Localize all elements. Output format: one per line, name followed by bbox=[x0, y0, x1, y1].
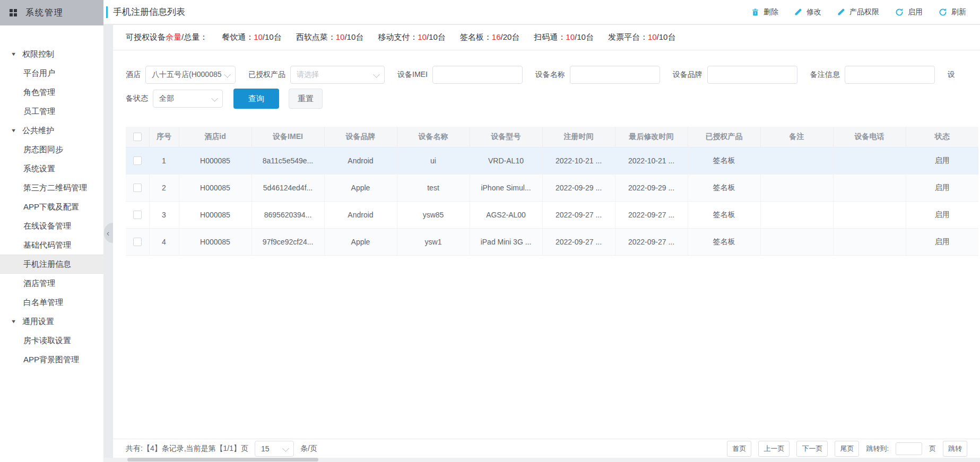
table-cell: 2022-09-29 ... bbox=[615, 174, 688, 201]
quota-item: 签名板：16/20台 bbox=[460, 32, 520, 42]
grid-icon[interactable] bbox=[9, 8, 18, 17]
last-page-button[interactable]: 尾页 bbox=[835, 441, 859, 457]
trash-icon bbox=[751, 8, 759, 16]
authorized-product-select[interactable]: 请选择 bbox=[290, 66, 385, 84]
remark-input-label: 备注信息 bbox=[810, 70, 840, 80]
quota-item: 发票平台：10/10台 bbox=[608, 32, 676, 42]
select-value: 全部 bbox=[159, 94, 174, 103]
sidebar-section[interactable]: ▼通用设置 bbox=[0, 312, 103, 331]
device-brand-input[interactable] bbox=[707, 66, 797, 84]
column-header: 设备电话 bbox=[833, 127, 906, 147]
quota-remaining: 10 bbox=[566, 32, 575, 42]
first-page-button[interactable]: 首页 bbox=[727, 441, 751, 457]
sidebar-section-label: 公共维护 bbox=[22, 126, 54, 136]
per-page-label: 条/页 bbox=[300, 444, 317, 454]
quota-bar: 可授权设备余量/总量： 餐饮通：10/10台西软点菜：10/10台移动支付：10… bbox=[113, 25, 980, 50]
table-cell: AGS2-AL00 bbox=[470, 201, 542, 228]
sidebar-item[interactable]: 角色管理 bbox=[0, 83, 103, 102]
table-cell bbox=[760, 174, 833, 201]
column-header: 备注 bbox=[760, 127, 833, 147]
table-cell: 启用 bbox=[906, 201, 978, 228]
row-checkbox[interactable] bbox=[133, 156, 142, 165]
sidebar-item[interactable]: APP下载及配置 bbox=[0, 197, 103, 216]
chevron-down-icon bbox=[373, 71, 380, 78]
select-all-checkbox[interactable] bbox=[133, 133, 142, 141]
remark-input[interactable] bbox=[845, 66, 935, 84]
sidebar-item[interactable]: 员工管理 bbox=[0, 102, 103, 121]
device-imei-input-label: 设备IMEI bbox=[397, 70, 428, 80]
quota-remaining: 10 bbox=[254, 32, 263, 42]
toolbar-button-label: 启用 bbox=[908, 7, 923, 17]
sidebar-item[interactable]: 系统设置 bbox=[0, 159, 103, 178]
sidebar-item[interactable]: 基础代码管理 bbox=[0, 236, 103, 255]
table-row[interactable]: 1H0000858a11c5e549e...AndroiduiVRD-AL102… bbox=[126, 147, 978, 174]
table-header-row: 序号酒店id设备IMEI设备品牌设备名称设备型号注册时间最后修改时间已授权产品备… bbox=[126, 127, 978, 147]
sidebar-item[interactable]: 第三方二维码管理 bbox=[0, 178, 103, 197]
quota-total: /20台 bbox=[501, 32, 520, 42]
sidebar-item-active[interactable]: 手机注册信息 bbox=[0, 255, 103, 274]
sidebar-item-label: APP背景图管理 bbox=[23, 355, 79, 365]
quota-name: 签名板： bbox=[460, 32, 492, 42]
sidebar-item[interactable]: 在线设备管理 bbox=[0, 216, 103, 236]
sidebar-section[interactable]: ▼公共维护 bbox=[0, 121, 103, 140]
toolbar-button-label: 产品权限 bbox=[849, 7, 879, 17]
product-permission-button[interactable]: 产品权限 bbox=[837, 7, 879, 17]
row-checkbox[interactable] bbox=[133, 184, 142, 192]
sidebar-item[interactable]: 房态图同步 bbox=[0, 140, 103, 159]
sidebar-item[interactable]: 平台用户 bbox=[0, 64, 103, 83]
page-size-select[interactable]: 15 bbox=[255, 441, 294, 457]
quota-remaining: 10 bbox=[336, 32, 345, 42]
quota-item: 餐饮通：10/10台 bbox=[222, 32, 282, 42]
device-name-input[interactable] bbox=[570, 66, 660, 84]
quota-name: 扫码通： bbox=[534, 32, 566, 42]
table-row[interactable]: 2H0000855d46124ed4f...AppletestiPhone Si… bbox=[126, 174, 978, 201]
sidebar-item[interactable]: 白名单管理 bbox=[0, 293, 103, 312]
sidebar-item-label: 白名单管理 bbox=[23, 298, 63, 308]
quota-name: 发票平台： bbox=[608, 32, 648, 42]
jump-button[interactable]: 跳转 bbox=[943, 441, 967, 457]
table-cell: 启用 bbox=[906, 147, 978, 174]
table-row[interactable]: 3H0000858695620394...Androidysw85AGS2-AL… bbox=[126, 201, 978, 228]
search-button[interactable]: 查询 bbox=[233, 89, 279, 109]
quota-remaining: 10 bbox=[648, 32, 657, 42]
column-header: 最后修改时间 bbox=[615, 127, 688, 147]
reset-button[interactable]: 重置 bbox=[289, 89, 323, 109]
table-cell: ui bbox=[397, 147, 470, 174]
device-name-input-label: 设备名称 bbox=[535, 70, 565, 80]
column-header: 状态 bbox=[906, 127, 978, 147]
row-checkbox[interactable] bbox=[133, 238, 142, 246]
quota-total: /10台 bbox=[344, 32, 363, 42]
sidebar-section[interactable]: ▼权限控制 bbox=[0, 45, 103, 64]
sidebar-item[interactable]: 房卡读取设置 bbox=[0, 331, 103, 350]
table-cell: Android bbox=[324, 147, 397, 174]
row-checkbox[interactable] bbox=[133, 211, 142, 219]
prev-page-button[interactable]: 上一页 bbox=[758, 441, 790, 457]
device-table: 序号酒店id设备IMEI设备品牌设备名称设备型号注册时间最后修改时间已授权产品备… bbox=[126, 127, 978, 256]
jump-page-input[interactable] bbox=[896, 442, 922, 455]
sidebar-item[interactable]: 酒店管理 bbox=[0, 274, 103, 293]
table-cell: H000085 bbox=[179, 174, 251, 201]
edit-button[interactable]: 修改 bbox=[794, 7, 821, 17]
horizontal-scrollbar-thumb[interactable] bbox=[127, 458, 318, 461]
device-status-select[interactable]: 全部 bbox=[153, 90, 223, 108]
chevron-down-icon bbox=[224, 71, 231, 78]
enable-button[interactable]: 启用 bbox=[895, 7, 923, 17]
chevron-left-icon: ‹ bbox=[107, 229, 110, 238]
sidebar-item[interactable]: APP背景图管理 bbox=[0, 350, 103, 369]
hotel-select[interactable]: 八十五号店(H000085) bbox=[145, 66, 236, 84]
checkbox-cell bbox=[126, 174, 149, 201]
quota-total: /10台 bbox=[427, 32, 446, 42]
table-cell bbox=[833, 174, 906, 201]
horizontal-scrollbar bbox=[103, 458, 980, 462]
sidebar-section-label: 权限控制 bbox=[22, 49, 54, 59]
table-cell: 8695620394... bbox=[251, 201, 324, 228]
filter-field: 设备IMEI bbox=[397, 66, 523, 84]
next-page-button[interactable]: 下一页 bbox=[796, 441, 828, 457]
refresh-button[interactable]: 刷新 bbox=[939, 7, 966, 17]
delete-button[interactable]: 删除 bbox=[751, 7, 778, 17]
device-imei-input[interactable] bbox=[432, 66, 523, 84]
table-cell: H000085 bbox=[179, 228, 251, 255]
title-accent-bar bbox=[106, 6, 108, 18]
table-cell: 97f9ce92cf24... bbox=[251, 228, 324, 255]
table-row[interactable]: 4H00008597f9ce92cf24...Appleysw1iPad Min… bbox=[126, 228, 978, 255]
